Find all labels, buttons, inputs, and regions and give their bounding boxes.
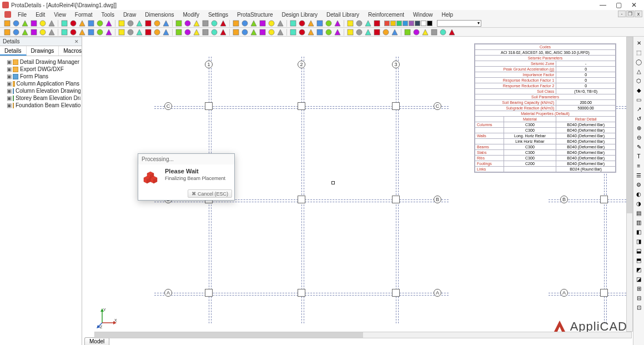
toolbar-button[interactable] <box>241 19 249 27</box>
color-swatch[interactable] <box>421 21 426 26</box>
toolbar-button[interactable] <box>61 28 68 36</box>
toolbar-button[interactable] <box>382 28 390 36</box>
tree-item[interactable]: ▣Detail Drawing Manager <box>1 58 80 66</box>
toolbar-button[interactable] <box>153 19 161 27</box>
toolbar-button[interactable] <box>250 28 258 36</box>
right-tool-button[interactable]: ◐ <box>635 189 643 198</box>
toolbar-button[interactable] <box>373 19 381 27</box>
toolbar-button[interactable] <box>307 28 315 36</box>
tree-item[interactable]: ▣Column Elevation Drawings <box>1 87 80 94</box>
right-tool-button[interactable]: ⊡ <box>635 303 643 312</box>
right-tool-button[interactable]: ⚙ <box>635 180 643 189</box>
expand-icon[interactable]: ▣ <box>7 102 11 108</box>
menu-detail-library[interactable]: Detail Library <box>322 11 364 18</box>
model-tab[interactable]: Model <box>84 337 109 345</box>
toolbar-button[interactable] <box>276 19 284 27</box>
toolbar-button[interactable] <box>61 19 68 27</box>
right-tool-button[interactable]: ≡ <box>635 161 643 170</box>
expand-icon[interactable]: ▣ <box>7 95 11 101</box>
toolbar-button[interactable] <box>307 19 315 27</box>
horizontal-scrollbar[interactable] <box>94 332 632 338</box>
toolbar-button[interactable] <box>48 28 56 36</box>
color-swatch[interactable] <box>427 21 432 26</box>
toolbar-button[interactable] <box>127 19 134 27</box>
right-tool-button[interactable]: ◑ <box>635 199 643 208</box>
toolbar-button[interactable] <box>87 19 95 27</box>
toolbar-button[interactable] <box>184 28 192 36</box>
toolbar-button[interactable] <box>135 28 143 36</box>
toolbar-button[interactable] <box>78 19 86 27</box>
column-node[interactable] <box>600 289 608 297</box>
toolbar-button[interactable] <box>355 19 363 27</box>
mdi-minimize-button[interactable]: - <box>618 11 626 17</box>
toolbar-button[interactable] <box>219 19 227 27</box>
toolbar-button[interactable] <box>439 28 447 36</box>
toolbar-button[interactable] <box>78 28 86 36</box>
toolbar-button[interactable] <box>3 28 11 36</box>
side-tab-drawings[interactable]: Drawings <box>27 46 59 56</box>
toolbar-button[interactable] <box>118 28 125 36</box>
toolbar-button[interactable] <box>412 28 420 36</box>
toolbar-button[interactable] <box>232 28 240 36</box>
color-swatch[interactable] <box>409 21 414 26</box>
toolbar-button[interactable] <box>364 19 372 27</box>
toolbar-button[interactable] <box>30 19 38 27</box>
menu-help[interactable]: Help <box>437 11 458 18</box>
minimize-button[interactable]: — <box>595 0 611 10</box>
toolbar-button[interactable] <box>334 28 341 36</box>
toolbar-button[interactable] <box>276 28 284 36</box>
toolbar-button[interactable] <box>316 19 324 27</box>
right-tool-button[interactable]: ⊕ <box>635 123 643 132</box>
toolbar-button[interactable] <box>12 28 20 36</box>
toolbar-button[interactable] <box>325 28 333 36</box>
toolbar-button[interactable] <box>210 19 218 27</box>
cancel-button[interactable]: ✖ Cancel (ESC) <box>188 189 232 198</box>
toolbar-button[interactable] <box>87 28 95 36</box>
right-tool-button[interactable]: ▭ <box>635 95 643 104</box>
column-node[interactable] <box>298 196 305 203</box>
toolbar-button[interactable] <box>202 28 209 36</box>
expand-icon[interactable]: ▣ <box>7 73 11 79</box>
right-tool-button[interactable]: ◪ <box>635 274 643 283</box>
right-tool-button[interactable]: ◨ <box>635 237 643 246</box>
right-tool-button[interactable]: ▤ <box>635 208 643 217</box>
column-node[interactable] <box>205 102 213 110</box>
toolbar-button[interactable] <box>448 28 456 36</box>
color-swatch[interactable] <box>415 21 420 26</box>
toolbar-button[interactable] <box>153 28 161 36</box>
expand-icon[interactable]: ▣ <box>7 88 11 94</box>
column-node[interactable] <box>205 289 213 297</box>
side-tab-details[interactable]: Details <box>0 46 27 56</box>
toolbar-button[interactable] <box>268 28 275 36</box>
toolbar-button[interactable] <box>210 28 218 36</box>
close-button[interactable]: ✕ <box>626 0 642 10</box>
tree-item[interactable]: ▣Storey Beam Elevation Drawings <box>1 94 80 102</box>
menu-design-library[interactable]: Design Library <box>278 11 322 18</box>
toolbar-button[interactable] <box>298 19 306 27</box>
column-node[interactable] <box>298 102 305 110</box>
tree-item[interactable]: ▣Column Application Plans <box>1 80 80 87</box>
toolbar-button[interactable] <box>3 19 11 27</box>
right-tool-button[interactable]: △ <box>635 67 643 76</box>
toolbar-button[interactable] <box>325 19 333 27</box>
right-tool-button[interactable]: ▥ <box>635 218 643 227</box>
column-node[interactable] <box>298 289 305 297</box>
toolbar-button[interactable] <box>184 19 192 27</box>
toolbar-button[interactable] <box>105 28 113 36</box>
vertical-scrollbar[interactable] <box>626 37 633 332</box>
toolbar-button[interactable] <box>69 28 77 36</box>
toolbar-button[interactable] <box>127 28 134 36</box>
toolbar-button[interactable] <box>289 28 297 36</box>
toolbar-button[interactable] <box>96 19 104 27</box>
color-swatch[interactable] <box>396 21 402 26</box>
right-tool-button[interactable]: ⬚ <box>635 48 643 57</box>
toolbar-button[interactable] <box>421 28 429 36</box>
toolbar-button[interactable] <box>404 28 411 36</box>
menu-settings[interactable]: Settings <box>204 11 233 18</box>
right-tool-button[interactable]: T <box>635 152 643 161</box>
toolbar-button[interactable] <box>193 28 200 36</box>
side-panel-close-icon[interactable]: ✕ <box>74 39 79 44</box>
menu-edit[interactable]: Edit <box>31 11 49 18</box>
toolbar-button[interactable] <box>39 28 47 36</box>
toolbar-button[interactable] <box>21 19 29 27</box>
